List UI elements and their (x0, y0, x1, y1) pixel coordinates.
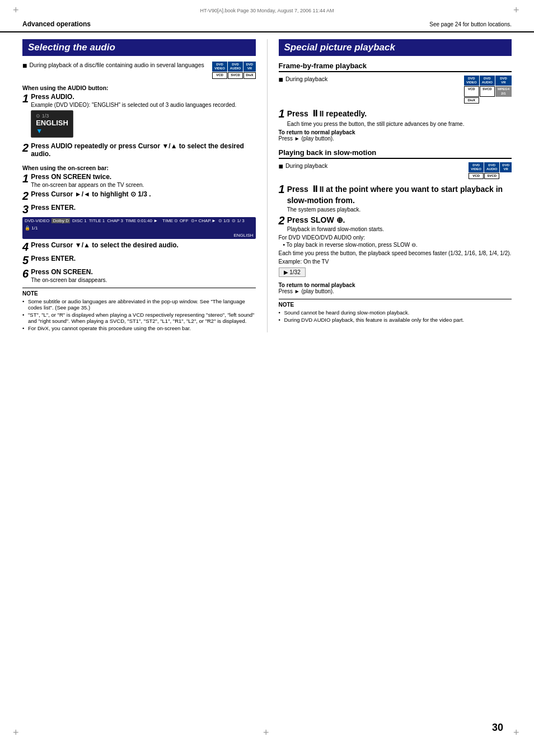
sm-badge-dvd-audio: DVDAUDIO (484, 162, 499, 172)
osd-arrow: ▼ (36, 127, 43, 135)
player-bar-lang: ENGLISH (25, 233, 254, 238)
sm-step1: 1 Press ⏸II at the point where you want … (279, 184, 512, 213)
os-step4-content: Press Cursor ▼/▲ to select the desired a… (31, 241, 255, 249)
header-right: See page 24 for button locations. (429, 21, 512, 27)
when-audio-label: When using the AUDIO button: (22, 84, 256, 91)
fbf-return-text: Press ► (play button). (279, 135, 512, 142)
two-col-layout: Selecting the audio ■ During playback of… (0, 32, 534, 339)
sm-step1-title: Press ⏸II at the point where you want to… (287, 184, 512, 205)
left-column: Selecting the audio ■ During playback of… (22, 39, 268, 332)
audio-step2-content: Press AUDIO repeatedly or press Cursor ▼… (31, 142, 255, 158)
dvd-only-desc: • To play back in reverse slow-motion, p… (279, 242, 512, 248)
os-step6-desc: The on-screen bar disappears. (31, 277, 255, 283)
left-section-title: Selecting the audio (22, 39, 256, 56)
player-bar-time2: TIME ⊙ OFF (162, 218, 189, 223)
fbf-badge-divx: DivX (464, 97, 479, 104)
frame-by-frame-heading: Frame-by-frame playback (279, 62, 512, 72)
player-bar-time: TIME 0:01:40 ► (125, 218, 158, 223)
sm-step2-title: Press SLOW ⊕. (287, 215, 512, 225)
player-bar-title: TITLE 1 (89, 218, 105, 223)
player-bar-counter2: ⊙ 1/ 3 (232, 218, 245, 223)
intro-bullet-symbol: ■ (22, 62, 27, 69)
sm-return-text: Press ► (play button). (279, 288, 512, 294)
left-note-item-2: "ST", "L", or "R" is displayed when play… (22, 312, 256, 324)
page-wrapper: HT-V90[A].book Page 30 Monday, August 7,… (0, 0, 534, 756)
fbf-step1-title: Press ⏸II repeatedly. (287, 108, 512, 120)
fbf-badge-dvd-vr: DVDVR (495, 76, 512, 86)
fbf-badge-svcd: SVCD (480, 86, 495, 96)
os-step2-content: Press Cursor ►/◄ to highlight ⊙ 1/3 . (31, 190, 255, 198)
badge-svcd: SVCD (228, 72, 243, 78)
os-step3-content: Press ENTER. (31, 204, 255, 212)
os-step5-content: Press ENTER. (31, 255, 255, 262)
fbf-step1-content: Press ⏸II repeatedly. Each time you pres… (287, 108, 512, 127)
fbf-return-label: To return to normal playback (279, 129, 512, 135)
os-step1-num: 1 (22, 173, 29, 184)
when-onscreen-label: When using the on-screen bar: (22, 165, 256, 171)
sm-note-item-1: Sound cannot be heard during slow-motion… (279, 309, 512, 316)
intro-bullet-text: During playback of a disc/file containin… (29, 62, 204, 68)
badge-dvd-vr: DVDVR (243, 62, 255, 72)
audio-step1: 1 Press AUDIO. Example (DVD VIDEO): "ENG… (22, 93, 256, 140)
badge-dvd-video: DVDVIDEO (212, 62, 227, 72)
sm-step1-desc: The system pauses playback. (287, 206, 512, 213)
left-note-label: NOTE (22, 290, 256, 297)
sm-step1-num: 1 (279, 184, 285, 195)
header-left: Advanced operations (22, 20, 91, 28)
right-column: Special picture playback Frame-by-frame … (268, 39, 512, 332)
slow-motion-heading: Playing back in slow-motion (279, 148, 512, 159)
reg-mark-top-right (512, 6, 523, 17)
left-note-box: NOTE Some subtitle or audio languages ar… (22, 288, 256, 331)
fbf-step1: 1 Press ⏸II repeatedly. Each time you pr… (279, 108, 512, 127)
intro-badges: DVDVIDEO DVDAUDIO DVDVR VCD SVCD DivX (212, 62, 255, 79)
player-bar-text: DVD-VIDEO (25, 218, 49, 223)
sm-badge-dvd-video: DVDVIDEO (469, 162, 484, 172)
sm-badges: DVDVIDEO DVDAUDIO DVDVR VCD SVCD (469, 162, 512, 180)
player-bar-disc: DISC 1 (72, 218, 87, 223)
os-step5-num: 5 (22, 255, 29, 266)
audio-step1-desc: Example (DVD VIDEO): "ENGLISH" is select… (31, 102, 255, 108)
speed-desc: Each time you press the button, the play… (279, 250, 512, 256)
reg-mark-bottom-right (512, 728, 523, 739)
sm-intro-row: ■ During playback DVDVIDEO DVDAUDIO DVDV… (279, 162, 512, 180)
intro-row: ■ During playback of a disc/file contain… (22, 62, 256, 79)
sm-badge-dvd-vr: DVDVR (500, 162, 512, 172)
audio-step1-title: Press AUDIO. (31, 93, 255, 101)
audio-step2-num: 2 (22, 142, 29, 153)
reg-mark-bottom-left (11, 728, 22, 739)
os-step3-title: Press ENTER. (31, 204, 255, 212)
sm-step2-desc: Playback in forward slow-motion starts. (287, 226, 512, 232)
os-step4: 4 Press Cursor ▼/▲ to select the desired… (22, 241, 256, 252)
reg-mark-top-left (11, 6, 22, 17)
sm-step2-num: 2 (279, 215, 285, 226)
left-note-item-1: Some subtitle or audio languages are abb… (22, 298, 256, 311)
sm-badge-svcd: SVCD (484, 173, 499, 179)
os-step4-title: Press Cursor ▼/▲ to select the desired a… (31, 241, 255, 249)
player-bar-lock: 🔒 1/1 (25, 226, 38, 231)
os-step1-desc: The on-screen bar appears on the TV scre… (31, 182, 255, 188)
os-step2-num: 2 (22, 190, 29, 201)
page-header: Advanced operations See page 24 for butt… (0, 17, 534, 32)
sm-step2-content: Press SLOW ⊕. Playback in forward slow-m… (287, 215, 512, 232)
os-step1: 1 Press ON SCREEN twice. The on-screen b… (22, 173, 256, 188)
sm-note-box: NOTE Sound cannot be heard during slow-m… (279, 299, 512, 323)
fbf-badge-mpeg4: MPEG42/1 (495, 86, 512, 96)
audio-step2-title: Press AUDIO repeatedly or press Cursor ▼… (31, 142, 255, 158)
fbf-badges: DVDVIDEO DVDAUDIO DVDVR VCD SVCD MPEG42/… (464, 76, 512, 104)
player-bar-counter: ⊙ 1/3 (218, 218, 229, 223)
sm-return: To return to normal playback Press ► (pl… (279, 282, 512, 294)
os-step6-title: Press ON SCREEN. (31, 268, 255, 276)
example-label: Example: On the TV (279, 259, 512, 265)
os-step3: 3 Press ENTER. (22, 204, 256, 215)
os-step2-title: Press Cursor ►/◄ to highlight ⊙ 1/3 . (31, 190, 255, 198)
os-step6-num: 6 (22, 268, 29, 279)
fbf-badge-dvd-audio: DVDAUDIO (480, 76, 495, 86)
file-info: HT-V90[A].book Page 30 Monday, August 7,… (200, 6, 334, 13)
os-step5: 5 Press ENTER. (22, 255, 256, 266)
fbf-badge-vcd: VCD (464, 86, 479, 96)
sm-note-item-2: During DVD AUDIO playback, this feature … (279, 317, 512, 323)
fbf-step1-desc: Each time you press the button, the stil… (287, 121, 512, 127)
badge-vcd: VCD (212, 72, 227, 78)
dvd-only-label: For DVD VIDEO/DVD AUDIO only: (279, 234, 512, 241)
player-bar-dolby: Dolby D (51, 218, 69, 223)
